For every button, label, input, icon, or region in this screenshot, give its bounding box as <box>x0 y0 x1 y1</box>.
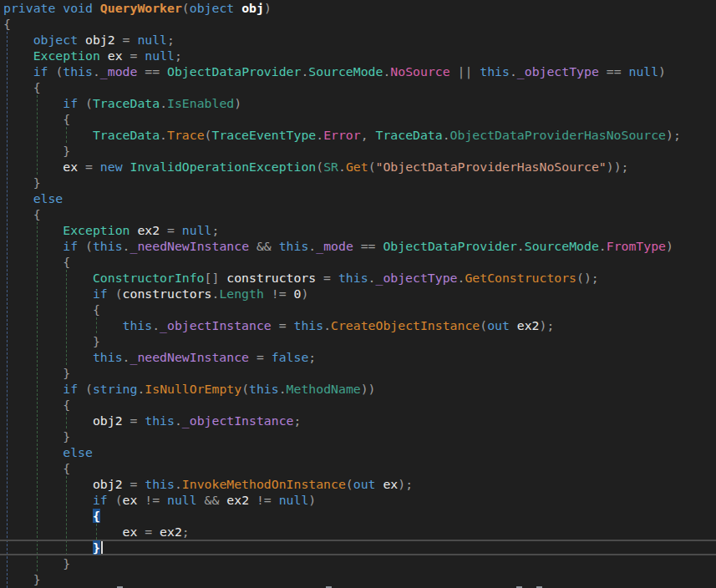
code-line[interactable]: } <box>0 555 716 571</box>
token <box>3 572 33 586</box>
token <box>100 48 108 63</box>
token: . <box>93 64 100 79</box>
code-line[interactable]: if (TraceData.IsEnabled) <box>0 95 716 111</box>
code-line[interactable]: private void QueryWorker(object obj) <box>0 0 716 16</box>
token <box>3 318 123 332</box>
token: if <box>63 382 78 396</box>
code-line[interactable]: this._needNewInstance = false; <box>0 349 716 365</box>
token: _needNewInstance <box>130 239 250 253</box>
code-line[interactable]: else <box>0 190 716 206</box>
token: ex2 <box>137 223 160 237</box>
token: ); <box>666 128 681 142</box>
token: FromType <box>607 239 666 253</box>
code-line[interactable]: obj2 = this._objectInstance; <box>0 413 716 428</box>
token <box>3 223 63 237</box>
code-line[interactable]: { <box>0 79 716 95</box>
code-line[interactable]: } <box>0 333 716 349</box>
token <box>510 318 517 332</box>
code-line[interactable]: { <box>0 508 716 524</box>
matched-brace: { <box>93 509 100 523</box>
token <box>3 382 63 396</box>
token <box>3 191 33 205</box>
token: false <box>272 350 309 364</box>
code-line[interactable]: } <box>0 540 716 555</box>
code-line[interactable]: ex = ex2; <box>0 524 716 540</box>
code-line[interactable]: ex = new InvalidOperationException(SR.Ge… <box>0 159 716 175</box>
code-editor[interactable]: private void QueryWorker(object obj){ ob… <box>0 0 716 588</box>
token: = <box>316 271 338 285</box>
token: _mode <box>100 64 138 79</box>
code-line[interactable]: { <box>0 254 716 270</box>
token <box>3 286 93 301</box>
code-line[interactable]: { <box>0 16 716 32</box>
token: _objectInstance <box>182 413 294 428</box>
token: object <box>190 1 234 15</box>
code-line[interactable]: if (this._needNewInstance && this._mode … <box>0 238 716 254</box>
code-line[interactable]: obj2 = this.InvokeMethodOnInstance(out e… <box>0 476 716 492</box>
code-line[interactable]: } <box>0 365 716 381</box>
token: ( <box>316 160 323 174</box>
token: ( <box>108 286 123 301</box>
token: MethodName <box>287 382 361 396</box>
token <box>3 64 33 79</box>
token: ex2 <box>517 318 540 332</box>
token: (); <box>576 271 599 285</box>
code-line[interactable]: Exception ex = null; <box>0 48 716 63</box>
token <box>3 112 63 126</box>
token: != <box>249 493 279 507</box>
token: ( <box>78 239 93 253</box>
code-line[interactable]: if (string.IsNullOrEmpty(this.MethodName… <box>0 381 716 397</box>
token: . <box>383 64 390 79</box>
token: . <box>137 382 145 396</box>
code-line[interactable]: this._objectInstance = this.CreateObject… <box>0 317 716 333</box>
token <box>3 461 63 475</box>
token: ( <box>48 64 63 79</box>
code-line[interactable]: { <box>0 460 716 476</box>
code-line[interactable]: if (ex != null && ex2 != null) <box>0 492 716 508</box>
code-line[interactable]: { <box>0 397 716 413</box>
token <box>3 509 93 523</box>
token: } <box>33 572 41 586</box>
code-line[interactable]: { <box>0 206 716 222</box>
token <box>55 1 63 15</box>
token: ) <box>308 493 316 507</box>
token: || <box>450 64 480 79</box>
token: ex <box>383 477 398 491</box>
token: InvokeMethodOnInstance <box>182 477 346 491</box>
code-line[interactable]: ConstructorInfo[] constructors = this._o… <box>0 270 716 286</box>
token: SR <box>323 160 338 174</box>
code-line[interactable]: Exception ex2 = null; <box>0 222 716 238</box>
token: Get <box>346 160 368 174</box>
token: { <box>63 398 70 412</box>
token <box>234 1 241 15</box>
token: null <box>137 33 167 47</box>
text-caret <box>101 541 103 554</box>
token <box>3 540 93 555</box>
token: . <box>308 239 316 253</box>
code-line[interactable]: } <box>0 143 716 159</box>
token: NoSource <box>390 64 449 79</box>
token: obj2 <box>93 477 123 491</box>
token: this <box>63 64 93 79</box>
token: ) <box>234 96 241 110</box>
token <box>3 128 93 142</box>
token: out <box>353 477 376 491</box>
code-line[interactable]: } <box>0 571 716 587</box>
token: TraceData <box>376 128 443 142</box>
code-line[interactable]: object obj2 = null; <box>0 32 716 48</box>
token: && <box>249 239 279 253</box>
token: ; <box>212 223 220 237</box>
code-line[interactable]: if (this._mode == ObjectDataProvider.Sou… <box>0 63 716 79</box>
token: object <box>33 33 78 47</box>
code-line[interactable]: TraceData.Trace(TraceEventType.Error, Tr… <box>0 127 716 143</box>
code-line[interactable]: } <box>0 175 716 190</box>
code-line[interactable]: } <box>0 428 716 444</box>
token: ); <box>540 318 555 332</box>
code-line[interactable]: if (constructors.Length != 0) <box>0 286 716 302</box>
token: } <box>63 556 70 570</box>
code-line[interactable]: { <box>0 111 716 127</box>
token: != <box>264 286 294 301</box>
token <box>3 96 63 110</box>
code-line[interactable]: { <box>0 302 716 317</box>
code-line[interactable]: else <box>0 444 716 460</box>
